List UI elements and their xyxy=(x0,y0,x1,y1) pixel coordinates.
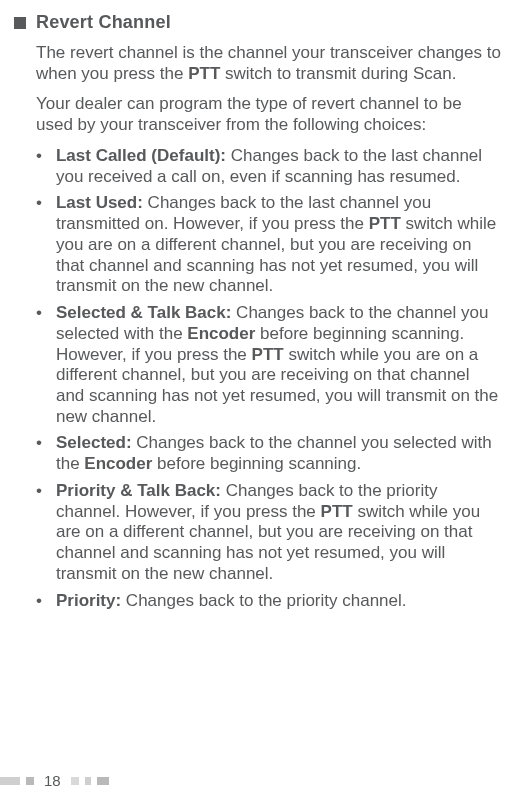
list-item: • Selected: Changes back to the channel … xyxy=(36,433,502,474)
bullet-dot-icon: • xyxy=(36,591,42,612)
item-ptt: PTT xyxy=(252,345,284,364)
item-encoder: Encoder xyxy=(187,324,255,343)
list-item: • Priority: Changes back to the priority… xyxy=(36,591,502,612)
list-item: • Priority & Talk Back: Changes back to … xyxy=(36,481,502,585)
list-item-text: Priority: Changes back to the priority c… xyxy=(56,591,407,612)
list-item-text: Selected: Changes back to the channel yo… xyxy=(56,433,502,474)
bullet-dot-icon: • xyxy=(36,433,42,474)
intro-paragraph-2: Your dealer can program the type of reve… xyxy=(36,94,502,135)
page-footer: 18 xyxy=(0,772,109,789)
bullet-dot-icon: • xyxy=(36,303,42,427)
item-term: Last Called (Default): xyxy=(56,146,226,165)
item-term: Last Used: xyxy=(56,193,143,212)
footer-bar-icon xyxy=(97,777,109,785)
section-title: Revert Channel xyxy=(36,12,171,33)
item-term: Selected & Talk Back: xyxy=(56,303,231,322)
bullet-dot-icon: • xyxy=(36,146,42,187)
choices-list: • Last Called (Default): Changes back to… xyxy=(36,146,502,611)
list-item-text: Last Called (Default): Changes back to t… xyxy=(56,146,502,187)
page-number: 18 xyxy=(44,772,61,789)
footer-bar-icon xyxy=(85,777,91,785)
footer-bar-icon xyxy=(26,777,34,785)
body: The revert channel is the channel your t… xyxy=(14,43,504,611)
intro-p1-ptt: PTT xyxy=(188,64,220,83)
item-ptt: PTT xyxy=(369,214,401,233)
list-item-text: Last Used: Changes back to the last chan… xyxy=(56,193,502,297)
item-body: Changes back to the priority channel. xyxy=(121,591,406,610)
bullet-dot-icon: • xyxy=(36,481,42,585)
list-item: • Last Used: Changes back to the last ch… xyxy=(36,193,502,297)
list-item-text: Selected & Talk Back: Changes back to th… xyxy=(56,303,502,427)
item-term: Priority & Talk Back: xyxy=(56,481,221,500)
section-header: Revert Channel xyxy=(14,12,504,33)
square-bullet-icon xyxy=(14,17,26,29)
item-encoder: Encoder xyxy=(84,454,152,473)
item-term: Selected: xyxy=(56,433,132,452)
item-ptt: PTT xyxy=(321,502,353,521)
footer-bar-icon xyxy=(0,777,20,785)
item-term: Priority: xyxy=(56,591,121,610)
footer-bar-icon xyxy=(71,777,79,785)
list-item-text: Priority & Talk Back: Changes back to th… xyxy=(56,481,502,585)
intro-p1-part-c: switch to transmit during Scan. xyxy=(220,64,456,83)
list-item: • Last Called (Default): Changes back to… xyxy=(36,146,502,187)
bullet-dot-icon: • xyxy=(36,193,42,297)
list-item: • Selected & Talk Back: Changes back to … xyxy=(36,303,502,427)
intro-paragraph-1: The revert channel is the channel your t… xyxy=(36,43,502,84)
item-body-b: before beginning scanning. xyxy=(152,454,361,473)
